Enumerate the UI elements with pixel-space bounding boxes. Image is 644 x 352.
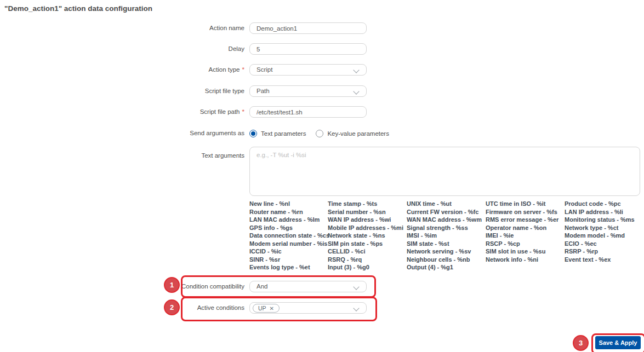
chevron-down-icon: [353, 67, 359, 73]
condition-compatibility-label: Condition compatibility: [0, 281, 244, 292]
active-conditions-label: Active conditions: [0, 302, 244, 314]
active-condition-tag-label: UP: [258, 305, 266, 311]
script-file-type-value: Path: [257, 86, 270, 96]
action-name-input[interactable]: [249, 22, 367, 34]
delay-label: Delay: [0, 43, 244, 55]
variables-column-4: UTC time in ISO - %it Firmware on server…: [486, 200, 563, 263]
variable-hint: Operator name - %on: [486, 224, 563, 232]
script-file-path-input[interactable]: [249, 106, 367, 118]
variable-hint: Network type - %ct: [565, 224, 642, 232]
script-file-path-label-text: Script file path: [200, 108, 240, 115]
variable-hint: Network info - %ni: [486, 256, 563, 264]
variables-column-1: New line - %nl Router name - %rn LAN MAC…: [249, 200, 327, 272]
variable-hint: SINR - %sr: [249, 256, 327, 264]
variables-column-5: Product code - %pc LAN IP address - %li …: [565, 200, 642, 263]
variable-hint: Signal strength - %ss: [407, 224, 485, 232]
condition-compatibility-select[interactable]: And: [249, 281, 367, 292]
chevron-down-icon: [353, 284, 359, 290]
variable-hint: CELLID - %ci: [328, 247, 406, 256]
variable-hint: ICCID - %ic: [249, 247, 327, 256]
variables-column-2: Time stamp - %ts Serial number - %sn WAN…: [328, 200, 406, 272]
save-apply-button[interactable]: Save & Apply: [595, 336, 641, 349]
script-file-type-select[interactable]: Path: [249, 85, 367, 97]
variable-hint: RSRQ - %rq: [328, 256, 406, 264]
variable-hint: Monitoring status - %ms: [565, 216, 642, 224]
variable-hint: SIM state - %st: [407, 240, 485, 248]
variable-hint: Product code - %pc: [565, 200, 642, 208]
send-arguments-label: Send arguments as: [0, 129, 244, 137]
script-file-path-label: Script file path*: [0, 106, 244, 118]
variable-hint: Data connection state - %cs: [249, 232, 327, 240]
variable-hint: RSRP - %rp: [565, 247, 642, 256]
required-asterisk: *: [242, 66, 244, 73]
variable-hint: WAN IP address - %wi: [328, 216, 406, 224]
required-asterisk: *: [242, 108, 244, 115]
condition-compatibility-row: Condition compatibility And: [0, 281, 644, 293]
radio-key-value-parameters[interactable]: Key-value parameters: [316, 130, 389, 137]
page-title: "Demo_action1" action data configuration: [4, 4, 152, 13]
chevron-down-icon: [353, 88, 359, 94]
variable-hint: Network serving - %sv: [407, 247, 485, 256]
script-file-type-label: Script file type: [0, 85, 244, 97]
variable-hint: ECIO - %ec: [565, 240, 642, 248]
action-type-row: Action type* Script: [0, 64, 644, 76]
variable-hint: WAN MAC address - %wm: [407, 216, 485, 224]
action-config-page: "Demo_action1" action data configuration…: [0, 0, 644, 352]
script-file-type-row: Script file type Path: [0, 85, 644, 97]
variable-hint: Current FW version - %fc: [407, 208, 485, 216]
variable-hint: IMSI - %im: [407, 232, 485, 240]
action-type-value: Script: [257, 65, 272, 75]
step-badge-1: 1: [164, 277, 180, 293]
delay-input[interactable]: [249, 43, 367, 55]
active-condition-tag: UP ✕: [253, 304, 280, 313]
text-arguments-textarea[interactable]: [249, 147, 640, 196]
action-type-label: Action type*: [0, 64, 244, 76]
radio-unselected-icon: [316, 130, 323, 137]
radio-selected-icon: [249, 130, 257, 137]
variable-hint: UTC time in ISO - %it: [486, 200, 563, 208]
action-type-select[interactable]: Script: [249, 64, 367, 76]
variable-hint: Event text - %ex: [565, 256, 642, 264]
variable-hint: SIM pin state - %ps: [328, 240, 406, 248]
delay-row: Delay: [0, 43, 644, 55]
active-conditions-select[interactable]: UP ✕: [249, 302, 367, 314]
variable-hint: Events log type - %et: [249, 263, 327, 272]
variable-hint: Firmware on server - %fs: [486, 208, 563, 216]
send-arguments-radio-group: Text parameters Key-value parameters: [249, 129, 389, 139]
chevron-down-icon: [353, 305, 359, 311]
action-name-label: Action name: [0, 22, 244, 34]
radio-text-parameters[interactable]: Text parameters: [249, 130, 306, 137]
variable-hint: LAN MAC address - %lm: [249, 216, 327, 224]
script-file-path-row: Script file path*: [0, 106, 644, 118]
variable-hint: IMEI - %ie: [486, 232, 563, 240]
variable-hint: Network state - %ns: [328, 232, 406, 240]
variable-hint: Time stamp - %ts: [328, 200, 406, 208]
variable-hint: Neighbour cells - %nb: [407, 256, 485, 264]
variable-hint: SIM slot in use - %su: [486, 247, 563, 256]
variable-hint: RSCP - %cp: [486, 240, 563, 248]
radio-key-value-parameters-label: Key-value parameters: [327, 130, 389, 137]
variable-hint: Serial number - %sn: [328, 208, 406, 216]
action-name-row: Action name: [0, 22, 644, 34]
text-arguments-label: Text arguments: [0, 147, 244, 159]
variables-column-3: UNIX time - %ut Current FW version - %fc…: [407, 200, 485, 272]
variable-hint: Router name - %rn: [249, 208, 327, 216]
variable-hint: New line - %nl: [249, 200, 327, 208]
variable-hint: GPS info - %gs: [249, 224, 327, 232]
variable-hint: Modem serial number - %is: [249, 240, 327, 248]
action-type-label-text: Action type: [209, 66, 240, 73]
variable-hint: UNIX time - %ut: [407, 200, 485, 208]
step-badge-2: 2: [164, 299, 180, 315]
send-arguments-row: Send arguments as Text parameters Key-va…: [0, 129, 644, 141]
remove-tag-icon[interactable]: ✕: [270, 305, 274, 311]
condition-compatibility-value: And: [257, 281, 267, 292]
variable-hint: LAN IP address - %li: [565, 208, 642, 216]
text-arguments-row: Text arguments: [0, 147, 644, 196]
variable-hint: RMS error message - %er: [486, 216, 563, 224]
step-badge-3: 3: [573, 335, 589, 351]
active-conditions-row: Active conditions UP ✕: [0, 302, 644, 314]
variable-hint: Output (4) - %g1: [407, 263, 485, 272]
radio-text-parameters-label: Text parameters: [261, 130, 306, 137]
variable-hint: Modem model - %md: [565, 232, 642, 240]
variable-hint: Mobile IP addresses - %mi: [328, 224, 406, 232]
